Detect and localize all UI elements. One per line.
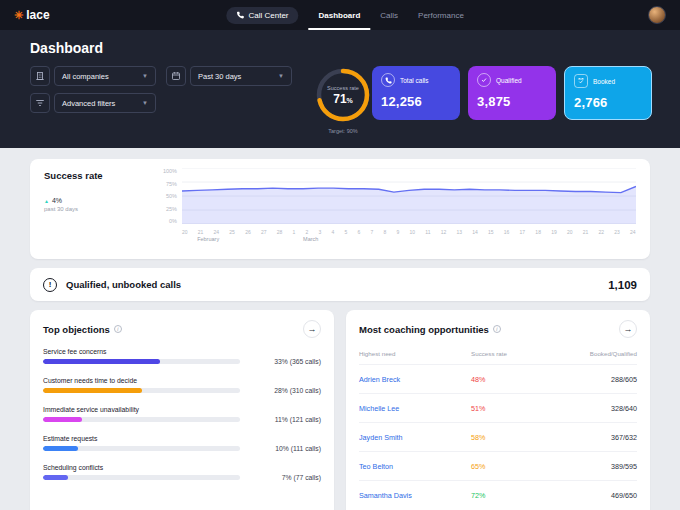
coach-ratio: 469/650 xyxy=(547,491,637,500)
top-objections-card: Top objections i → Service fee concerns … xyxy=(30,310,334,510)
stat-value: 12,256 xyxy=(381,94,451,109)
objection-bar-fill xyxy=(43,475,68,480)
objection-item: Scheduling conflicts 7% (77 calls) xyxy=(43,464,321,481)
col-header-highest-need: Highest need xyxy=(359,350,471,357)
advanced-filters-value: Advanced filters xyxy=(62,99,115,108)
top-navigation: Call Center Dashboard Calls Performance xyxy=(226,0,473,30)
objection-label: Service fee concerns xyxy=(43,348,321,355)
stat-label: Qualified xyxy=(496,77,522,84)
coach-ratio: 328/640 xyxy=(547,404,637,413)
filter-icon[interactable] xyxy=(30,93,50,113)
coach-rate: 65% xyxy=(471,462,547,471)
objection-bar-track xyxy=(43,388,240,393)
objection-bar-fill xyxy=(43,359,160,364)
objection-bar-track xyxy=(43,446,240,451)
info-icon[interactable]: i xyxy=(114,325,122,333)
chart-grid: 100%75%50%25%0% 202124252627281234567891… xyxy=(156,168,636,250)
qualified-unbooked-card[interactable]: ! Qualified, unbooked calls 1,109 xyxy=(30,268,650,301)
objection-bar-row: 11% (121 calls) xyxy=(43,416,321,423)
chart-left: Success rate ▲ 4% past 30 days xyxy=(44,168,156,250)
table-row[interactable]: Adrien Breck 48% 288/605 xyxy=(359,364,637,393)
objection-value: 11% (121 calls) xyxy=(249,416,321,423)
alert-label: Qualified, unbooked calls xyxy=(66,279,181,290)
main-content: Success rate ▲ 4% past 30 days 100%75%50… xyxy=(0,148,680,510)
alert-icon: ! xyxy=(43,278,57,292)
objection-bar-row: 10% (111 calls) xyxy=(43,445,321,452)
y-tick-label: 50% xyxy=(166,193,177,199)
coach-name[interactable]: Teo Belton xyxy=(359,462,471,471)
stat-card[interactable]: Total calls 12,256 xyxy=(372,66,460,120)
delta-caption: past 30 days xyxy=(44,206,156,212)
objection-bar-row: 28% (310 calls) xyxy=(43,387,321,394)
stat-label: Total calls xyxy=(400,77,429,84)
companies-filter-group: All companies ▼ xyxy=(30,66,156,86)
stat-value: 3,875 xyxy=(477,94,547,109)
objection-item: Estimate requests 10% (111 calls) xyxy=(43,435,321,452)
table-row[interactable]: Samantha Davis 72% 469/650 xyxy=(359,480,637,509)
objection-bar-fill xyxy=(43,417,82,422)
advanced-filters-select[interactable]: Advanced filters ▼ xyxy=(54,93,156,113)
objection-label: Immediate service unavailability xyxy=(43,406,321,413)
date-range-select[interactable]: Past 30 days ▼ xyxy=(190,66,292,86)
objection-item: Immediate service unavailability 11% (12… xyxy=(43,406,321,423)
table-row[interactable]: Jayden Smith 58% 367/632 xyxy=(359,422,637,451)
avatar[interactable] xyxy=(648,6,666,24)
objection-item: Service fee concerns 33% (365 calls) xyxy=(43,348,321,365)
coach-rate: 58% xyxy=(471,433,547,442)
objection-label: Scheduling conflicts xyxy=(43,464,321,471)
phone-icon xyxy=(381,73,395,87)
table-row[interactable]: Michelle Lee 51% 328/640 xyxy=(359,393,637,422)
gauge-value: 71% xyxy=(333,92,353,106)
objection-value: 33% (365 calls) xyxy=(249,358,321,365)
info-icon[interactable]: i xyxy=(493,325,501,333)
objections-card-head: Top objections i → xyxy=(43,320,321,338)
nav-tab-dashboard[interactable]: Dashboard xyxy=(309,0,371,30)
coach-name[interactable]: Samantha Davis xyxy=(359,491,471,500)
building-icon[interactable] xyxy=(30,66,50,86)
nav-tab-performance[interactable]: Performance xyxy=(408,0,474,30)
objection-bar-fill xyxy=(43,446,78,451)
coaching-open-button[interactable]: → xyxy=(619,320,637,338)
gauge-text: Success rate 71% xyxy=(314,66,372,124)
success-rate-gauge: Success rate 71% Target: 90% xyxy=(314,66,372,134)
objection-bar-track xyxy=(43,359,240,364)
objection-value: 10% (111 calls) xyxy=(249,445,321,452)
calendar-icon[interactable] xyxy=(166,66,186,86)
objection-bar-fill xyxy=(43,388,142,393)
objections-list: Service fee concerns 33% (365 calls) Cus… xyxy=(43,348,321,481)
col-header-success-rate: Success rate xyxy=(471,350,547,357)
table-row[interactable]: Teo Belton 65% 389/595 xyxy=(359,451,637,480)
topbar: ✳ lace Call Center Dashboard Calls Perfo… xyxy=(0,0,680,30)
filter-line-2: Advanced filters ▼ xyxy=(30,93,292,113)
stat-card[interactable]: Qualified 3,875 xyxy=(468,66,556,120)
filters: All companies ▼ Past 30 days ▼ xyxy=(30,66,292,113)
stat-label: Booked xyxy=(593,78,615,85)
objection-value: 7% (77 calls) xyxy=(249,474,321,481)
objections-open-button[interactable]: → xyxy=(303,320,321,338)
objection-bar-track xyxy=(43,475,240,480)
chart-x-axis: 2021242526272812345678910111213141516171… xyxy=(182,224,636,235)
date-range-value: Past 30 days xyxy=(198,72,241,81)
coach-name[interactable]: Michelle Lee xyxy=(359,404,471,413)
phone-icon xyxy=(236,11,244,19)
chevron-down-icon: ▼ xyxy=(278,73,284,79)
coaching-title: Most coaching opportunities xyxy=(359,324,489,335)
gauge-label: Success rate xyxy=(327,85,359,91)
date-filter-group: Past 30 days ▼ xyxy=(166,66,292,86)
stat-value: 2,766 xyxy=(574,95,642,110)
stat-cards: Total calls 12,256 Qualified 3,875 xyxy=(372,66,652,120)
chart-month-labels: FebruaryMarch xyxy=(182,235,636,244)
success-rate-chart-card: Success rate ▲ 4% past 30 days 100%75%50… xyxy=(30,159,650,259)
call-center-button[interactable]: Call Center xyxy=(226,7,298,24)
coach-name[interactable]: Adrien Breck xyxy=(359,375,471,384)
stat-card[interactable]: Booked 2,766 xyxy=(564,66,652,120)
chevron-down-icon: ▼ xyxy=(142,100,148,106)
companies-select[interactable]: All companies ▼ xyxy=(54,66,156,86)
y-tick-label: 25% xyxy=(166,206,177,212)
chart-plot xyxy=(182,168,636,224)
nav-tab-calls[interactable]: Calls xyxy=(370,0,408,30)
y-tick-label: 0% xyxy=(169,218,177,224)
header-row: All companies ▼ Past 30 days ▼ xyxy=(30,66,650,134)
chart-area xyxy=(182,186,636,224)
coach-name[interactable]: Jayden Smith xyxy=(359,433,471,442)
